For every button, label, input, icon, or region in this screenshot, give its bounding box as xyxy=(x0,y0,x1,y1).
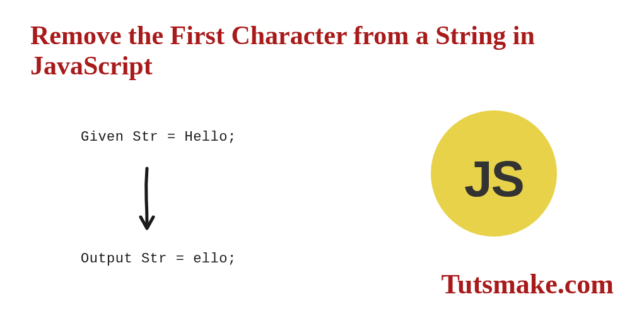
page-title: Remove the First Character from a String… xyxy=(30,20,614,81)
output-string-text: Output Str = ello; xyxy=(81,251,237,267)
js-logo: JS xyxy=(431,110,557,237)
arrow-down-icon xyxy=(138,165,156,237)
site-name: Tutsmake.com xyxy=(442,268,614,300)
given-string-text: Given Str = Hello; xyxy=(81,129,237,145)
js-logo-text: JS xyxy=(464,150,524,208)
